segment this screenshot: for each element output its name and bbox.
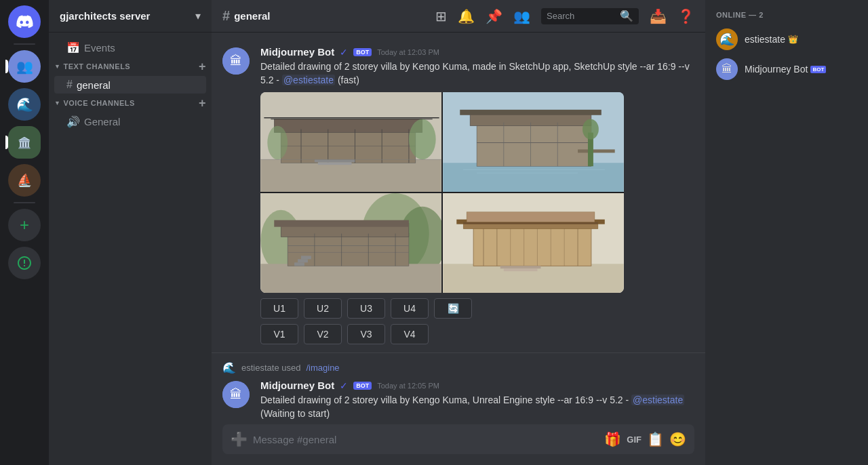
server-icon-2[interactable]: 🌊 bbox=[8, 88, 41, 121]
server-divider bbox=[14, 43, 35, 45]
member-item-estiestate[interactable]: 🌊 estiestate 👑 bbox=[711, 24, 863, 54]
action-buttons-row2: V1 V2 V3 V4 bbox=[260, 324, 694, 344]
mention-1[interactable]: @estiestate bbox=[282, 75, 335, 85]
sub-message: 🌊 estiestate used /imagine bbox=[212, 359, 705, 377]
member-item-midjourney-bot[interactable]: 🏛 Midjourney Bot BOT bbox=[711, 54, 863, 84]
button-v4[interactable]: V4 bbox=[391, 324, 429, 344]
channel-list: 📅 Events ▼ TEXT CHANNELS + # general 👥 ⚙… bbox=[49, 33, 212, 465]
message-header-2: Midjourney Bot ✓ BOT Today at 12:05 PM bbox=[260, 380, 694, 391]
message-content-2: Midjourney Bot ✓ BOT Today at 12:05 PM D… bbox=[260, 380, 694, 420]
svg-point-15 bbox=[267, 126, 288, 160]
user-settings-icon[interactable]: 👥 bbox=[178, 79, 189, 90]
events-item[interactable]: 📅 Events bbox=[54, 39, 206, 57]
button-u4[interactable]: U4 bbox=[391, 298, 429, 319]
verified-icon-1: ✓ bbox=[340, 47, 348, 58]
add-text-channel-button[interactable]: + bbox=[199, 60, 206, 73]
message-input-box: ➕ 🎁 GIF 📋 😊 bbox=[222, 424, 694, 454]
voice-channel-general[interactable]: 🔊 General bbox=[54, 113, 206, 131]
svg-rect-64 bbox=[500, 266, 541, 268]
gear-icon[interactable]: ⚙ bbox=[192, 79, 201, 90]
member-name-midjourney-bot: Midjourney Bot bbox=[745, 64, 808, 75]
grid-image-1 bbox=[260, 92, 441, 192]
header-actions: ⊞ 🔔 📌 👥 🔍 📥 ❓ bbox=[435, 8, 694, 24]
threads-icon[interactable]: ⊞ bbox=[435, 8, 447, 24]
svg-rect-17 bbox=[318, 162, 352, 165]
svg-rect-40 bbox=[274, 220, 409, 227]
notifications-icon[interactable]: 🔔 bbox=[458, 8, 475, 24]
svg-rect-52 bbox=[473, 227, 591, 266]
button-refresh[interactable]: 🔄 bbox=[434, 298, 472, 319]
channel-sidebar: gjarchitects server ▾ 📅 Events ▼ TEXT CH… bbox=[49, 0, 212, 465]
message-time-1: Today at 12:03 PM bbox=[377, 48, 439, 56]
help-icon[interactable]: ❓ bbox=[677, 8, 694, 24]
text-channels-section[interactable]: ▼ TEXT CHANNELS + bbox=[49, 58, 212, 75]
midjourney-bot-avatar-1: 🏛 bbox=[222, 47, 250, 75]
add-voice-channel-button[interactable]: + bbox=[199, 97, 206, 109]
message-content-1: Midjourney Bot ✓ BOT Today at 12:03 PM D… bbox=[260, 46, 694, 344]
action-buttons-row1: U1 U2 U3 U4 🔄 bbox=[260, 298, 694, 319]
message-group-2: 🏛 Midjourney Bot ✓ BOT Today at 12:05 PM… bbox=[212, 377, 705, 423]
member-name-row-midjourney-bot: Midjourney Bot BOT bbox=[745, 64, 826, 75]
gift-icon[interactable]: 🎁 bbox=[604, 431, 621, 447]
add-server-button[interactable]: + bbox=[8, 209, 41, 241]
svg-rect-43 bbox=[301, 256, 311, 260]
member-name-estiestate: estiestate bbox=[745, 34, 785, 45]
server-gjarchitects[interactable]: 🏛️ bbox=[8, 126, 41, 159]
svg-rect-21 bbox=[477, 123, 591, 167]
search-bar[interactable]: 🔍 bbox=[541, 8, 639, 24]
search-input[interactable] bbox=[547, 11, 616, 21]
midjourney-bot-avatar-2: 🏛 bbox=[222, 381, 250, 408]
command-text: /imagine bbox=[306, 363, 339, 373]
server-name: gjarchitects server bbox=[60, 10, 150, 22]
button-u3[interactable]: U3 bbox=[347, 298, 385, 319]
inbox-icon[interactable]: 📥 bbox=[650, 8, 667, 24]
button-u2[interactable]: U2 bbox=[304, 298, 342, 319]
pinned-icon[interactable]: 📌 bbox=[486, 8, 502, 24]
server-header[interactable]: gjarchitects server ▾ bbox=[49, 0, 212, 33]
members-sidebar: ONLINE — 2 🌊 estiestate 👑 🏛 Midjourney B… bbox=[705, 0, 868, 465]
svg-rect-65 bbox=[504, 268, 538, 271]
add-content-icon[interactable]: ➕ bbox=[231, 431, 248, 447]
voice-channels-label: VOICE CHANNELS bbox=[63, 99, 134, 107]
mention-2[interactable]: @estiestate bbox=[631, 395, 684, 405]
emoji-icon[interactable]: 😊 bbox=[669, 431, 686, 447]
channel-name: general bbox=[234, 10, 270, 22]
chat-header: # general ⊞ 🔔 📌 👥 🔍 📥 ❓ bbox=[212, 0, 705, 33]
svg-rect-5 bbox=[274, 119, 422, 133]
main-content: # general ⊞ 🔔 📌 👥 🔍 📥 ❓ 🏛 bbox=[212, 0, 705, 465]
author-name-2: Midjourney Bot bbox=[260, 380, 334, 391]
gif-button[interactable]: GIF bbox=[627, 434, 642, 445]
voice-channels-section[interactable]: ▼ VOICE CHANNELS + bbox=[49, 94, 212, 112]
svg-rect-37 bbox=[260, 264, 441, 293]
button-v3[interactable]: V3 bbox=[347, 324, 385, 344]
text-channels-label: TEXT CHANNELS bbox=[63, 62, 130, 70]
members-icon[interactable]: 👥 bbox=[513, 8, 530, 24]
channel-general[interactable]: # general 👥 ⚙ bbox=[54, 76, 206, 94]
svg-rect-63 bbox=[467, 212, 595, 222]
svg-text:🏛: 🏛 bbox=[230, 387, 242, 401]
svg-rect-66 bbox=[463, 222, 598, 224]
voice-icon: 🔊 bbox=[66, 115, 80, 128]
message-text-1: Detailed drawing of 2 storey villa by Ke… bbox=[260, 60, 694, 87]
message-divider bbox=[212, 352, 705, 353]
search-icon: 🔍 bbox=[620, 9, 633, 22]
svg-rect-16 bbox=[315, 160, 355, 163]
discord-home-button[interactable] bbox=[8, 5, 41, 38]
events-icon: 📅 bbox=[66, 41, 80, 54]
button-v1[interactable]: V1 bbox=[260, 324, 298, 344]
button-v2[interactable]: V2 bbox=[304, 324, 342, 344]
message-input-area: ➕ 🎁 GIF 📋 😊 bbox=[212, 424, 705, 465]
verified-icon-2: ✓ bbox=[340, 380, 348, 391]
member-bot-badge: BOT bbox=[810, 66, 826, 73]
server-divider-2 bbox=[14, 202, 35, 203]
hash-icon: # bbox=[222, 8, 230, 24]
channel-hash-icon: # bbox=[66, 79, 73, 91]
server-list: 👥 🌊 🏛️ ⛵ + bbox=[0, 0, 49, 465]
server-icon-1[interactable]: 👥 bbox=[8, 50, 41, 83]
button-u1[interactable]: U1 bbox=[260, 298, 298, 319]
server-icon-4[interactable]: ⛵ bbox=[8, 164, 41, 197]
message-input[interactable] bbox=[253, 434, 599, 445]
message-text-2: Detailed drawing of 2 storey villa by Ke… bbox=[260, 394, 694, 420]
sticker-icon[interactable]: 📋 bbox=[647, 431, 664, 447]
discover-button[interactable] bbox=[8, 247, 41, 279]
